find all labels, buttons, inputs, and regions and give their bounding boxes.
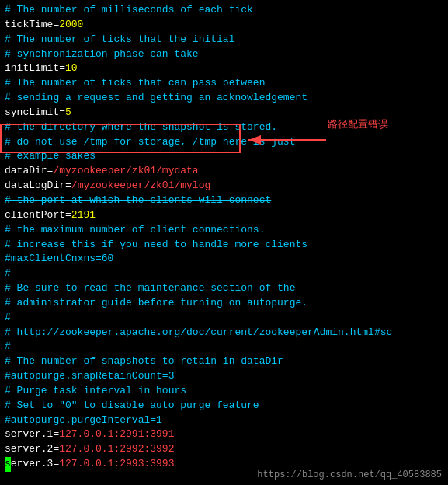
line-31: server.2=127.0.0.1:2992:3992 xyxy=(5,442,443,457)
key-ticktime: tickTime= xyxy=(5,19,59,30)
line-17: # increase this if you need to handle mo… xyxy=(5,238,443,253)
line-15: clientPort=2191 xyxy=(5,208,443,223)
line-3: # The number of ticks that the initial xyxy=(5,33,443,47)
key-datalogdir: dataLogDir= xyxy=(5,180,71,191)
line-7: # sending a request and getting an ackno… xyxy=(5,91,443,106)
cursor-s: s xyxy=(5,457,11,472)
line-12: dataDir=/myzookeeper/zk01/mydata xyxy=(5,164,443,179)
line-5: initLimit=10 xyxy=(5,61,443,76)
line-6: # The number of ticks that can pass betw… xyxy=(5,76,443,91)
annotation-label: 路径配置错误 xyxy=(328,118,388,133)
line-24: # xyxy=(5,340,443,354)
key-initlimit: initLimit= xyxy=(5,62,65,74)
line-20: # Be sure to read the maintenance sectio… xyxy=(5,281,443,296)
val-clientport: 2191 xyxy=(71,209,96,221)
terminal-window: # The number of milliseconds of each tic… xyxy=(0,0,448,485)
val-server2: 127.0.0.1:2992:3992 xyxy=(59,443,174,455)
footer-url: https://blog.csdn.net/qq_40583885 xyxy=(257,469,442,482)
line-25: # The number of snapshots to retain in d… xyxy=(5,354,443,369)
line-28: # Set to "0" to disable auto purge featu… xyxy=(5,399,443,413)
line-4: # synchronization phase can take xyxy=(5,47,443,62)
key-datadir: dataDir= xyxy=(5,165,53,176)
line-11: # example sakes xyxy=(5,149,443,164)
line-13: dataLogDir=/myzookeeper/zk01/mylog xyxy=(5,179,443,194)
line-22: # xyxy=(5,311,443,326)
key-clientport: clientPort= xyxy=(5,209,71,221)
line-30: server.1=127.0.0.1:2991:3991 xyxy=(5,427,443,442)
val-ticktime: 2000 xyxy=(59,19,83,30)
val-server1: 127.0.0.1:2991:3991 xyxy=(59,428,174,440)
val-datadir: /myzookeeper/zk01/mydata xyxy=(53,165,198,176)
line-2: tickTime=2000 xyxy=(5,18,443,33)
line-18: #maxClientCnxns=60 xyxy=(5,252,443,267)
line-16: # the maximum number of client connectio… xyxy=(5,223,443,238)
line-10: # do not use /tmp for storage, /tmp here… xyxy=(5,135,443,150)
line-1: # The number of milliseconds of each tic… xyxy=(5,3,443,18)
val-initlimit: 10 xyxy=(65,62,78,74)
line-26: #autopurge.snapRetainCount=3 xyxy=(5,369,443,384)
key-server1: server.1= xyxy=(5,428,59,440)
key-synclimit: syncLimit= xyxy=(5,106,65,118)
val-server3: 127.0.0.1:2993:3993 xyxy=(59,458,174,469)
key-server2: server.2= xyxy=(5,443,59,455)
line-14: # the port at which the clients will con… xyxy=(5,194,443,208)
line-29: #autopurge.purgeInterval=1 xyxy=(5,413,443,428)
line-23: # http://zookeeper.apache.org/doc/curren… xyxy=(5,326,443,340)
val-datalogdir: /myzookeeper/zk01/mylog xyxy=(71,180,210,191)
line-27: # Purge task interval in hours xyxy=(5,384,443,399)
val-synclimit: 5 xyxy=(65,106,71,118)
key-server3: erver.3= xyxy=(11,458,59,469)
line-21: # administrator guide before turning on … xyxy=(5,296,443,311)
line-19: # xyxy=(5,267,443,281)
